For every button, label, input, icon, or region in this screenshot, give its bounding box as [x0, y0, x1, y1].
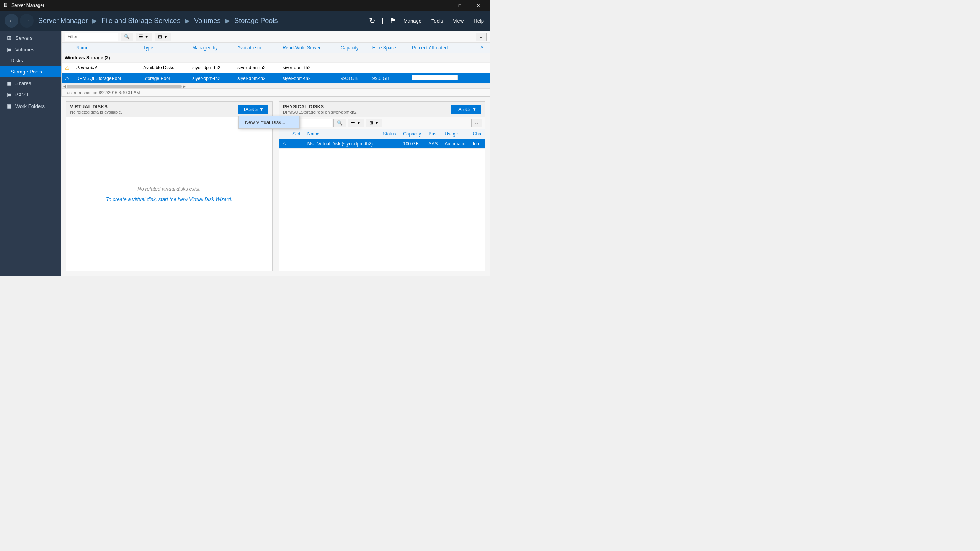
row-managed: siyer-dpm-th2 — [189, 63, 234, 73]
phys-row-name: Msft Virtual Disk (siyer-dpm-th2) — [304, 139, 380, 149]
app-icon: 🖥 — [3, 2, 9, 8]
menu-view[interactable]: View — [451, 16, 465, 25]
physical-disks-tasks-button[interactable]: TASKS ▼ — [451, 105, 481, 114]
phys-tasks-chevron-icon: ▼ — [472, 107, 477, 112]
filter-search-button[interactable]: 🔍 — [121, 33, 133, 41]
flag-button[interactable]: ⚑ — [390, 16, 396, 25]
col-header-type[interactable]: Type — [140, 43, 189, 53]
virtual-disks-subtitle: No related data is available. — [70, 110, 122, 114]
separator: | — [380, 17, 385, 25]
phys-col-slot[interactable]: Slot — [289, 129, 304, 139]
phys-view-button[interactable]: ☰ ▼ — [348, 119, 364, 127]
row-rw: siyer-dpm-th2 — [279, 73, 338, 84]
phys-row-chassis: Inte — [470, 139, 485, 149]
col-header-name[interactable] — [62, 43, 73, 53]
row-capacity: 99.3 GB — [338, 73, 369, 84]
no-virtual-disks-text: No related virtual disks exist. — [137, 186, 201, 192]
row-available: siyer-dpm-th2 — [234, 63, 279, 73]
row-free — [369, 63, 409, 73]
expand-button[interactable]: ⌄ — [476, 33, 487, 41]
col-header-available-to[interactable]: Available to — [234, 43, 279, 53]
virtual-disks-content: No related virtual disks exist. To creat… — [66, 117, 272, 271]
scroll-right-arrow[interactable]: ▶ — [182, 84, 186, 88]
horizontal-scrollbar[interactable]: ◀ ▶ — [62, 84, 490, 88]
phys-col-status[interactable]: Status — [380, 129, 400, 139]
filter-input[interactable] — [65, 33, 118, 41]
create-virtual-disk-link[interactable]: To create a virtual disk, start the New … — [106, 196, 232, 202]
storage-pools-table-container: Name Type Managed by Available to Read-W… — [62, 43, 490, 84]
storage-pools-panel: 🔍 ☰ ▼ ⊞ ▼ ⌄ Name Type Managed by Availab — [61, 31, 490, 97]
phys-group-button[interactable]: ⊞ ▼ — [366, 119, 382, 127]
tasks-chevron-icon: ▼ — [259, 107, 264, 112]
virtual-disks-panel: VIRTUAL DISKS No related data is availab… — [66, 101, 273, 271]
physical-disks-table-container: Slot Name Status Capacity Bus Usage Cha — [279, 129, 485, 271]
phys-col-chassis[interactable]: Cha — [470, 129, 485, 139]
new-virtual-disk-item[interactable]: New Virtual Disk... — [239, 116, 299, 128]
maximize-button[interactable]: □ — [451, 0, 469, 11]
view-options-button[interactable]: ☰ ▼ — [136, 33, 152, 41]
col-header-s[interactable]: S — [477, 43, 490, 53]
menu-manage[interactable]: Manage — [402, 16, 423, 25]
col-header-read-write[interactable]: Read-Write Server — [279, 43, 338, 53]
minimize-button[interactable]: – — [433, 0, 450, 11]
phys-col-capacity[interactable]: Capacity — [400, 129, 425, 139]
row-percent — [409, 73, 477, 84]
phys-expand-button[interactable]: ⌄ — [471, 119, 482, 127]
phys-col-name[interactable]: Name — [304, 129, 380, 139]
table-row[interactable]: ⚠ Primordial Available Disks siyer-dpm-t… — [62, 63, 490, 73]
sidebar-item-storage-pools[interactable]: Storage Pools — [0, 66, 61, 77]
storage-pools-table: Name Type Managed by Available to Read-W… — [62, 43, 490, 84]
group-header-row: Windows Storage (2) — [62, 53, 490, 63]
phys-col-usage[interactable]: Usage — [442, 129, 470, 139]
col-header-free-space[interactable]: Free Space — [369, 43, 409, 53]
scroll-thumb[interactable] — [67, 85, 182, 88]
breadcrumb-volumes[interactable]: Volumes — [194, 17, 220, 24]
virtual-disks-tasks-button[interactable]: TASKS ▼ — [238, 105, 268, 114]
work-folders-icon: ▣ — [6, 103, 12, 109]
physical-disks-table: Slot Name Status Capacity Bus Usage Cha — [279, 129, 485, 149]
row-name: DPMSQLStoragePool — [73, 73, 140, 84]
sidebar-item-work-folders[interactable]: ▣ Work Folders — [0, 100, 61, 112]
warning-triangle-icon: ⚠ — [65, 65, 70, 71]
iscsi-icon: ▣ — [6, 91, 12, 98]
menu-help[interactable]: Help — [472, 16, 485, 25]
breadcrumb-storage-pools[interactable]: Storage Pools — [234, 17, 278, 24]
virtual-disks-title: VIRTUAL DISKS — [70, 104, 122, 109]
menu-tools[interactable]: Tools — [430, 16, 444, 25]
volumes-icon: ▣ — [6, 46, 12, 52]
refresh-button[interactable]: ↻ — [369, 16, 376, 25]
row-type: Storage Pool — [140, 73, 189, 84]
sidebar-label-servers: Servers — [15, 35, 33, 41]
forward-button[interactable]: → — [20, 14, 34, 28]
content-area: 🔍 ☰ ▼ ⊞ ▼ ⌄ Name Type Managed by Availab — [61, 31, 490, 276]
row-free: 99.0 GB — [369, 73, 409, 84]
sidebar-item-volumes[interactable]: ▣ Volumes — [0, 44, 61, 55]
phys-col-warn[interactable] — [279, 129, 289, 139]
col-header-managed-by[interactable]: Managed by — [189, 43, 234, 53]
table-row-selected[interactable]: ⚠ DPMSQLStoragePool Storage Pool siyer-d… — [62, 73, 490, 84]
sidebar-item-shares[interactable]: ▣ Shares — [0, 77, 61, 89]
nav-menu: Manage Tools View Help — [402, 16, 485, 25]
breadcrumb-root[interactable]: Server Manager — [38, 17, 88, 24]
row-name: Primordial — [73, 63, 140, 73]
sidebar-item-disks[interactable]: Disks — [0, 55, 61, 66]
breadcrumb-sep2: ▶ — [185, 17, 190, 24]
row-warn-icon: ⚠ — [62, 63, 73, 73]
scroll-left-arrow[interactable]: ◀ — [62, 84, 67, 88]
phys-table-row[interactable]: ⚠ Msft Virtual Disk (siyer-dpm-th2) 100 … — [279, 139, 485, 149]
close-button[interactable]: ✕ — [469, 0, 487, 11]
back-button[interactable]: ← — [5, 14, 18, 28]
col-header-capacity[interactable]: Capacity — [338, 43, 369, 53]
col-header-name-text[interactable]: Name — [73, 43, 140, 53]
sidebar-item-iscsi[interactable]: ▣ iSCSI — [0, 89, 61, 100]
sidebar-item-servers[interactable]: ⊞ Servers — [0, 32, 61, 44]
group-button[interactable]: ⊞ ▼ — [155, 33, 171, 41]
physical-disks-title: PHYSICAL DISKS — [283, 104, 357, 109]
phys-col-bus[interactable]: Bus — [425, 129, 441, 139]
col-header-percent[interactable]: Percent Allocated — [409, 43, 477, 53]
panel-toolbar: 🔍 ☰ ▼ ⊞ ▼ ⌄ — [62, 31, 490, 43]
phys-filter-search-button[interactable]: 🔍 — [333, 119, 346, 127]
nav-bar: ← → Server Manager ▶ File and Storage Se… — [0, 11, 490, 31]
warning-triangle-icon: ⚠ — [65, 75, 70, 82]
breadcrumb-file-storage[interactable]: File and Storage Services — [101, 17, 180, 24]
